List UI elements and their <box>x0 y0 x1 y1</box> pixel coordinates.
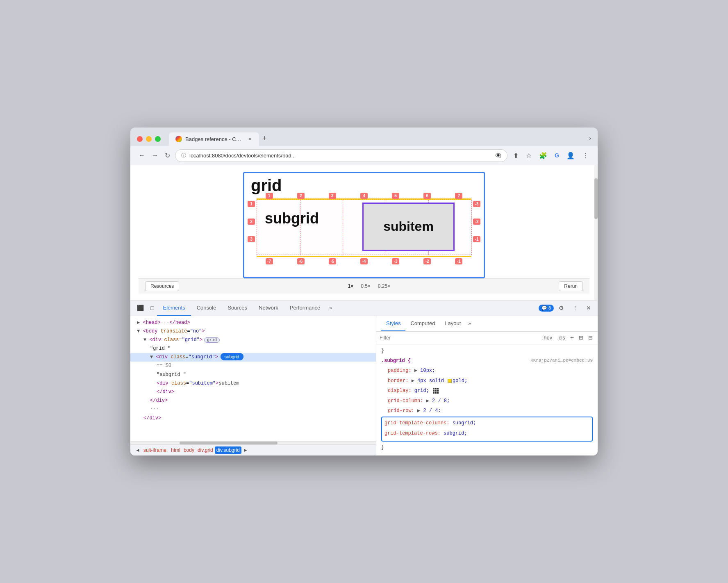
css-selector: .subgrid { <box>381 358 411 364</box>
minimize-traffic-light[interactable] <box>146 136 152 142</box>
element-line-grid-text[interactable]: "grid " <box>130 344 376 353</box>
elements-horizontal-scrollbar[interactable] <box>130 441 376 444</box>
breadcrumb-item-divsubgrid[interactable]: div.subgrid <box>215 446 241 454</box>
grid-num-left-1: 1 <box>248 201 255 207</box>
tab-sources[interactable]: Sources <box>222 301 253 316</box>
bookmark-button[interactable]: ☆ <box>523 150 534 161</box>
css-prop-grid-row: grid-row: ▶ 2 / 4: <box>381 407 593 415</box>
extensions-button[interactable]: 🧩 <box>537 150 550 161</box>
element-line-pseudo[interactable]: == $0 <box>130 362 376 370</box>
styles-more-tabs[interactable]: » <box>466 317 473 330</box>
close-traffic-light[interactable] <box>137 136 143 142</box>
element-line-subgrid[interactable]: ▼ <div class="subgrid">subgrid <box>130 353 376 362</box>
close-devtools-button[interactable]: ✕ <box>583 301 594 315</box>
element-line-subitem[interactable]: <div class="subitem">subitem <box>130 379 376 388</box>
css-prop-name-grid-row: grid-row: <box>388 408 414 414</box>
cls-button[interactable]: .cls <box>555 333 567 342</box>
device-toggle-button[interactable]: □ <box>147 301 157 315</box>
grid-numbers-top: 1 2 3 4 5 6 7 <box>253 193 475 199</box>
breadcrumb-item-divgrid[interactable]: div.grid <box>196 446 215 454</box>
url-bar[interactable]: ⓘ localhost:8080/docs/devtools/elements/… <box>175 149 507 162</box>
grid-display-icon[interactable] <box>433 388 439 394</box>
chevron-down-button[interactable]: › <box>589 135 591 141</box>
zoom-05x-button[interactable]: 0.5× <box>358 282 373 290</box>
element-line-grid-close[interactable]: </div> <box>130 414 376 423</box>
css-triangle-border[interactable]: ▶ <box>412 378 414 384</box>
css-prop-grid-column: grid-column: ▶ 2 / 8; <box>381 397 593 405</box>
add-style-button[interactable]: + <box>569 333 576 342</box>
css-prop-value-display: grid; <box>414 388 429 394</box>
grid-cell <box>433 388 435 389</box>
element-line-div-close[interactable]: </div> <box>130 388 376 396</box>
gold-color-swatch[interactable] <box>448 379 452 383</box>
maximize-traffic-light[interactable] <box>155 136 161 142</box>
preview-scrollbar-thumb <box>594 178 598 219</box>
tab-network[interactable]: Network <box>253 301 284 316</box>
google-button[interactable]: G <box>552 150 562 160</box>
preview-scrollbar[interactable] <box>594 165 598 300</box>
hov-button[interactable]: :hov <box>541 333 554 342</box>
grid-cell <box>437 390 439 392</box>
css-triangle-grid-row[interactable]: ▶ <box>417 408 420 414</box>
inspect-element-button[interactable]: ⬛ <box>134 301 147 315</box>
css-prop-name-padding: padding: <box>388 368 412 373</box>
grid-num-left-2: 2 <box>248 219 255 225</box>
refresh-button[interactable]: ↻ <box>163 150 172 161</box>
preview-toolbar-left: Resources <box>145 281 179 291</box>
more-options-button[interactable]: ⋮ <box>569 301 581 315</box>
tab-console[interactable]: Console <box>191 301 222 316</box>
sidebar-style-button[interactable]: ⊟ <box>587 333 594 342</box>
css-prop-name-gtr: grid-template-rows: <box>384 430 441 436</box>
grid-num-left-3: 3 <box>248 236 255 242</box>
zoom-025x-button[interactable]: 0.25× <box>375 282 393 290</box>
toggle-style-button[interactable]: ⊞ <box>577 333 585 342</box>
css-triangle-padding[interactable]: ▶ <box>414 368 417 373</box>
css-triangle-grid-column[interactable]: ▶ <box>426 398 429 404</box>
menu-button[interactable]: ⋮ <box>580 150 591 161</box>
element-line-head[interactable]: ▶ <head>···</head> <box>130 319 376 327</box>
resources-button[interactable]: Resources <box>145 281 179 291</box>
styles-tab-styles[interactable]: Styles <box>381 316 405 331</box>
breadcrumb-item-html[interactable]: html <box>169 446 182 454</box>
preview-toolbar: Resources 1× 0.5× 0.25× Rerun <box>139 278 589 294</box>
element-line-body[interactable]: ▼ <body translate="no"> <box>130 327 376 336</box>
zoom-controls: 1× 0.5× 0.25× <box>345 282 393 290</box>
tab-performance[interactable]: Performance <box>284 301 326 316</box>
tab-elements[interactable]: Elements <box>157 301 191 316</box>
element-line-subgrid-text[interactable]: "subgrid " <box>130 371 376 379</box>
breadcrumb-item-iframe[interactable]: sult-iframe. <box>142 446 169 454</box>
breadcrumb-right-arrow[interactable]: ► <box>241 447 250 453</box>
grid-numbers-right: -3 -2 -1 <box>473 201 480 242</box>
element-line-subgrid-close[interactable]: </div> <box>130 396 376 405</box>
grid-num-neg5: -5 <box>329 258 336 264</box>
tab-extras: › <box>589 135 591 143</box>
title-bar: Badges reference - Chrome D ✕ + › <box>130 128 598 146</box>
css-prop-value-gtc: subgrid; <box>453 420 476 426</box>
more-tabs-button[interactable]: » <box>326 301 335 315</box>
secure-icon: ⓘ <box>181 152 186 159</box>
new-tab-button[interactable]: + <box>259 132 270 144</box>
rerun-button[interactable]: Rerun <box>559 281 583 291</box>
styles-filter-input[interactable] <box>380 335 537 341</box>
subitem-label: subitem <box>383 219 434 234</box>
styles-tab-computed[interactable]: Computed <box>405 316 440 331</box>
badge-count: 8 <box>548 305 551 310</box>
active-tab[interactable]: Badges reference - Chrome D ✕ <box>169 132 259 146</box>
styles-tab-layout[interactable]: Layout <box>440 316 466 331</box>
preview-area: grid 1 2 3 4 5 6 7 -7 <box>130 165 598 301</box>
zoom-1x-button[interactable]: 1× <box>345 282 356 290</box>
breadcrumb-left-arrow[interactable]: ◄ <box>134 447 142 453</box>
profile-button[interactable]: 👤 <box>564 150 577 161</box>
breadcrumb-item-body[interactable]: body <box>182 446 196 454</box>
forward-button[interactable]: → <box>150 150 160 161</box>
notifications-badge[interactable]: 💬 8 <box>539 305 554 312</box>
grid-num-1: 1 <box>266 193 273 199</box>
element-line-grid[interactable]: ▼ <div class="grid">grid <box>130 336 376 344</box>
back-button[interactable]: ← <box>137 150 147 161</box>
tab-close-button[interactable]: ✕ <box>247 136 253 143</box>
settings-button[interactable]: ⚙ <box>555 301 567 315</box>
element-line-dots[interactable]: ··· <box>130 405 376 414</box>
styles-content: } .subgrid { KKrajpZ?ani…pe=embed:39 pad… <box>376 344 598 456</box>
css-source[interactable]: KKrajpZ?ani…pe=embed:39 <box>530 357 593 364</box>
share-button[interactable]: ⬆ <box>511 150 521 161</box>
